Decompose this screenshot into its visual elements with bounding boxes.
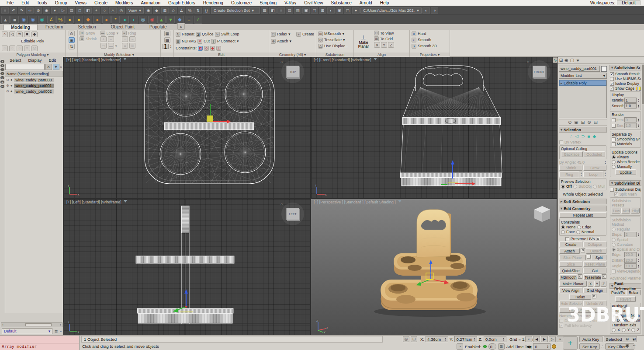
explorer-menu-edit[interactable]: Edit: [47, 58, 58, 63]
panel-scrollbar[interactable]: [642, 64, 644, 335]
viewport-label[interactable]: [+] [Perspective ] [Standard ] [Default …: [314, 200, 396, 204]
preview-subobj-radio[interactable]: [573, 185, 577, 189]
tb-toggle-ribbon[interactable]: ▣: [302, 7, 310, 14]
materials-checkbox[interactable]: [612, 142, 616, 146]
strip-explorer-select-none[interactable]: ○: [0, 68, 4, 71]
viewcube[interactable]: ⌂FRONT: [528, 60, 551, 83]
axis-x-radio[interactable]: [612, 328, 616, 332]
menu-scripting[interactable]: Scripting: [256, 0, 280, 5]
split-mesh-checkbox[interactable]: [614, 192, 618, 196]
stack-pin-stack[interactable]: ⊙: [568, 120, 571, 125]
ribbon-minimize-icon[interactable]: ▴: [177, 23, 185, 30]
selection-spinner[interactable]: 1: [163, 44, 169, 49]
preview-multi-radio[interactable]: [593, 185, 597, 189]
shrink-button[interactable]: Shrink: [559, 165, 582, 171]
mode-border-mode[interactable]: ⊃: [581, 134, 585, 139]
curvature-radio[interactable]: [612, 243, 616, 247]
attach-options-button[interactable]: [581, 248, 585, 252]
tb-render-preview[interactable]: ◑: [431, 7, 438, 14]
tb-bind-to-space-warp[interactable]: ◉: [43, 7, 50, 14]
nav-zoom[interactable]: ⊕: [624, 336, 630, 342]
menu-substance[interactable]: Substance: [327, 0, 356, 5]
time-tag-icon[interactable]: ⊞: [498, 343, 505, 350]
full-interactivity-checkbox[interactable]: [559, 324, 563, 328]
tb2-snap-3d[interactable]: ◉: [38, 16, 46, 24]
relax-button[interactable]: Relax: [569, 294, 591, 300]
mode-polygon-mode[interactable]: ■: [587, 134, 590, 139]
tb2-vray-toolbar-check[interactable]: ✓: [194, 16, 202, 24]
constraint-normal-radio[interactable]: [576, 230, 580, 234]
update-manually-radio[interactable]: [612, 165, 616, 169]
update-when-rendering-radio[interactable]: [612, 160, 616, 164]
attach-button[interactable]: Attach: [559, 248, 580, 254]
view-align-button[interactable]: View Align: [559, 287, 582, 293]
update-always-radio[interactable]: [612, 155, 616, 159]
explorer-overflow-icon[interactable]: »: [60, 65, 62, 69]
menu-arnold[interactable]: Arnold: [356, 0, 376, 5]
tb2-vray-sphere-light[interactable]: ●: [121, 16, 129, 24]
slice-plane-button[interactable]: Slice Plane: [559, 255, 586, 260]
auto-key-button[interactable]: Auto Key: [579, 336, 602, 342]
y-coordinate-field[interactable]: 0.274cm▲▼: [454, 336, 477, 342]
menu-views[interactable]: Views: [71, 0, 91, 5]
constrain-normal-icon[interactable]: ⊥: [216, 46, 221, 51]
render-iterations-field[interactable]: 0: [624, 117, 637, 122]
cage-selected-color-swatch[interactable]: [639, 87, 641, 91]
unhide-all-button[interactable]: Unhide All: [583, 301, 606, 306]
expand-icon[interactable]: [561, 81, 562, 85]
scroll-left-icon[interactable]: ‹: [2, 323, 3, 327]
steps-field[interactable]: 2: [624, 232, 637, 237]
cage-color-swatch[interactable]: [636, 87, 638, 91]
menu-customize[interactable]: Customize: [227, 0, 256, 5]
preset-low-button[interactable]: Low: [612, 208, 620, 214]
constrain-none-icon[interactable]: ◩: [198, 46, 203, 51]
deformed-normals-radio[interactable]: [612, 318, 616, 322]
planar-x-button[interactable]: X: [588, 281, 593, 287]
make-planar-button[interactable]: Make Planar: [356, 41, 371, 49]
constrain-face-icon[interactable]: ◆: [210, 46, 215, 51]
tb-select-and-rotate[interactable]: ○: [101, 7, 108, 14]
strip-explorer-pick[interactable]: ▾: [0, 60, 4, 63]
cp-tab-display[interactable]: ▢: [570, 57, 574, 63]
tb-toggle-scene-explorer[interactable]: ▤: [286, 7, 293, 14]
msmooth-button[interactable]: ⊞MSmooth ▾: [318, 32, 344, 36]
tb-select-and-place[interactable]: ◎: [118, 7, 125, 14]
quickslice-button[interactable]: QuickSlice: [559, 268, 582, 273]
strip-explorer-lock[interactable]: ◉: [0, 80, 4, 84]
menu-civil-view[interactable]: Civil View: [300, 0, 327, 5]
menu-group[interactable]: Group: [51, 0, 71, 5]
section-label[interactable]: Geometry (All) ▾: [269, 52, 316, 57]
tessellate-options-button[interactable]: [602, 274, 606, 279]
rollout-header-soft-selection[interactable]: Soft Selection: [559, 199, 607, 204]
tb-schematic-view[interactable]: ⊞: [319, 7, 326, 14]
tessellate-button[interactable]: Tessellate: [583, 274, 601, 280]
subdivision-displacement-checkbox[interactable]: [610, 188, 614, 192]
rollout-header-selection[interactable]: Selection: [559, 127, 607, 133]
tb-align[interactable]: ≡: [277, 7, 285, 14]
spatial-curvature-radio[interactable]: [612, 248, 616, 252]
relax-options-button[interactable]: [592, 294, 596, 298]
section-label[interactable]: Properties ▾: [410, 52, 450, 57]
nav-pan[interactable]: ⇔: [631, 342, 637, 348]
occluded-button[interactable]: Occluded: [584, 151, 606, 157]
rollout-header-subdivision-surface[interactable]: Subdivision Surface: [609, 65, 641, 70]
ribbon-tab-object-paint[interactable]: Object Paint: [104, 24, 142, 30]
viewport-front[interactable]: [+] [Front] [Standard] [Wireframe] ⌂FRON…: [311, 57, 557, 198]
tb-use-pivot-point-center[interactable]: ◉: [145, 7, 152, 14]
to-view-button[interactable]: □To View: [374, 31, 394, 35]
render-smoothness-checkbox[interactable]: [612, 124, 616, 128]
preset-high-button[interactable]: High: [631, 208, 640, 214]
clear-search-icon[interactable]: ✕: [45, 64, 52, 70]
align-x-button[interactable]: X: [374, 42, 380, 48]
stack-show-end-result[interactable]: ▣: [574, 120, 578, 125]
qslice-button[interactable]: ◪QSlice: [196, 32, 214, 37]
tb-toggle-layer-explorer[interactable]: ▥: [294, 7, 301, 14]
axis-z-radio[interactable]: [631, 328, 635, 332]
cp-tab-motion[interactable]: ◉: [564, 57, 568, 63]
preview-off-radio[interactable]: [561, 185, 565, 189]
layer-dropdown[interactable]: Default: [2, 328, 52, 334]
tb-redo[interactable]: ↷: [18, 7, 25, 14]
angle-field[interactable]: 10.0: [624, 263, 637, 269]
viewport-filter-icon[interactable]: [124, 200, 127, 204]
tb-select-and-manipulate[interactable]: ◆: [153, 7, 160, 14]
